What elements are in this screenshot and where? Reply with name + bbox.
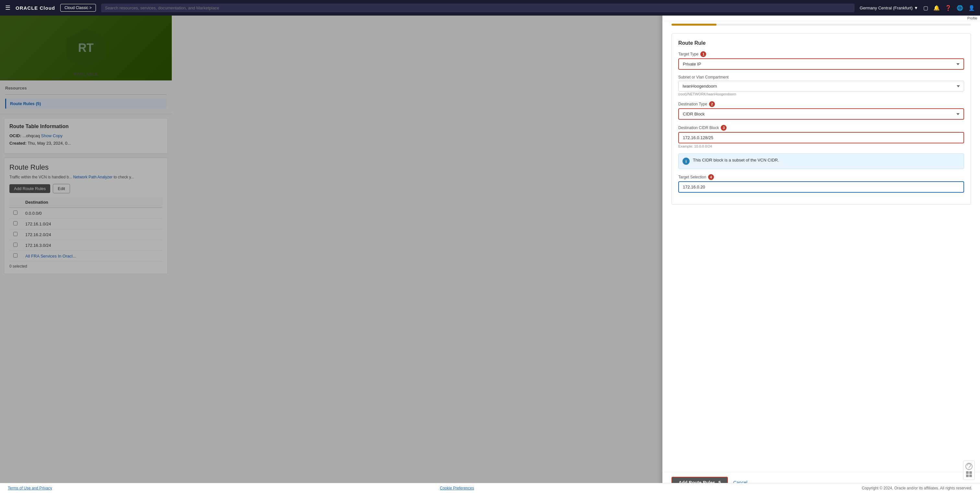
cidr-info-box: i This CIDR block is a subset of the VCN…	[678, 153, 964, 169]
destination-type-group: Destination Type 2 CIDR Block	[678, 101, 964, 120]
subnet-vlan-hint: (root)/NETWORK/IwanHoogendoorn	[678, 92, 964, 96]
target-selection-badge: 4	[708, 174, 714, 180]
chevron-down-icon: ▼	[914, 5, 918, 10]
profile-label: Profile	[967, 16, 977, 20]
target-type-label: Target Type 1	[678, 51, 964, 57]
support-icon[interactable]	[963, 461, 975, 480]
route-rule-card-title: Route Rule	[678, 40, 964, 46]
destination-type-label: Destination Type 2	[678, 101, 964, 107]
subnet-vlan-label: Subnet or Vlan Compartment	[678, 75, 964, 80]
bell-icon[interactable]: 🔔	[933, 5, 940, 11]
nav-right: Germany Central (Frankfurt) ▼ ▢ 🔔 ❓ 🌐 👤	[860, 5, 975, 11]
destination-cidr-label: Destination CIDR Block 3	[678, 125, 964, 131]
cloud-classic-button[interactable]: Cloud Classic >	[60, 4, 96, 12]
destination-cidr-input[interactable]	[678, 132, 964, 144]
destination-cidr-badge: 3	[721, 125, 727, 131]
search-input[interactable]	[101, 3, 854, 12]
globe-icon[interactable]: 🌐	[957, 5, 963, 11]
progress-bar-track	[671, 24, 971, 26]
destination-cidr-group: Destination CIDR Block 3 Example: 10.0.0…	[678, 125, 964, 148]
bottom-bar: Terms of Use and Privacy Cookie Preferen…	[0, 483, 980, 493]
info-icon: i	[682, 158, 690, 165]
progress-bar-area	[662, 21, 980, 28]
hamburger-icon[interactable]: ☰	[5, 4, 10, 11]
region-label: Germany Central (Frankfurt)	[860, 5, 913, 10]
svg-rect-5	[969, 474, 972, 477]
copyright-text: Copyright © 2024, Oracle and/or its affi…	[862, 486, 972, 490]
target-type-select[interactable]: Private IP	[678, 58, 964, 70]
side-panel: Add Route Rules Help Route Rule Target T…	[662, 0, 980, 493]
destination-type-select[interactable]: CIDR Block	[678, 108, 964, 120]
console-icon[interactable]: ▢	[923, 5, 928, 11]
destination-type-badge: 2	[709, 101, 715, 107]
target-selection-group: Target Selection 4	[678, 174, 964, 193]
target-type-badge: 1	[700, 51, 706, 57]
target-type-group: Target Type 1 Private IP	[678, 51, 964, 70]
target-selection-label: Target Selection 4	[678, 174, 964, 180]
svg-point-1	[969, 469, 969, 469]
progress-bar-fill	[671, 24, 716, 26]
main-layout: RT AVAILABLE Resources Route Rules (5) R…	[0, 16, 980, 493]
route-rule-card: Route Rule Target Type 1 Private IP Subn…	[671, 34, 971, 205]
subnet-vlan-group: Subnet or Vlan Compartment IwanHoogendoo…	[678, 75, 964, 96]
terms-link[interactable]: Terms of Use and Privacy	[8, 486, 52, 490]
region-selector[interactable]: Germany Central (Frankfurt) ▼	[860, 5, 918, 10]
svg-rect-4	[966, 474, 969, 477]
svg-rect-2	[966, 471, 969, 474]
help-icon[interactable]: ❓	[945, 5, 951, 11]
user-avatar-icon[interactable]: 👤	[968, 5, 975, 11]
info-box-text: This CIDR block is a subset of the VCN C…	[693, 158, 779, 163]
panel-body: Route Rule Target Type 1 Private IP Subn…	[662, 28, 980, 493]
brand-logo: ORACLE ORACLE CloudCloud	[16, 5, 55, 11]
subnet-vlan-select[interactable]: IwanHoogendoorn	[678, 81, 964, 91]
svg-rect-3	[969, 471, 972, 474]
top-nav: ☰ ORACLE ORACLE CloudCloud Cloud Classic…	[0, 0, 980, 16]
destination-cidr-hint: Example: 10.0.0.0/24	[678, 144, 964, 148]
target-selection-input[interactable]	[678, 181, 964, 193]
cookie-link[interactable]: Cookie Preferences	[440, 486, 474, 490]
